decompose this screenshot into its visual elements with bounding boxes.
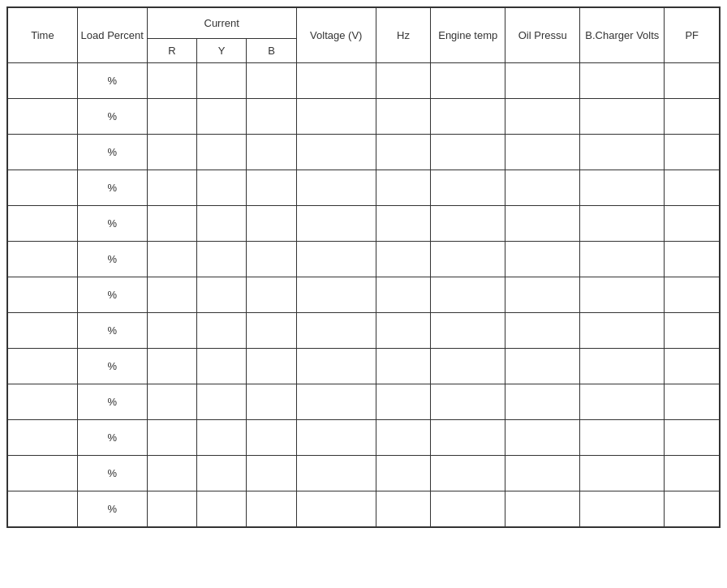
cell-r xyxy=(147,242,196,277)
col-header-b: B xyxy=(247,39,296,63)
cell-engine-temp xyxy=(431,313,505,349)
cell-bcharger xyxy=(580,384,665,420)
cell-hz xyxy=(376,384,430,420)
cell-pf xyxy=(665,420,720,456)
cell-pf xyxy=(665,99,720,135)
cell-engine-temp xyxy=(431,456,505,491)
cell-voltage xyxy=(296,384,376,420)
cell-voltage xyxy=(296,206,376,242)
cell-load: % xyxy=(77,313,147,349)
cell-voltage xyxy=(296,420,376,456)
cell-oil-pressu xyxy=(505,491,580,527)
cell-b xyxy=(247,456,296,491)
table-row: % xyxy=(8,99,720,135)
cell-bcharger xyxy=(580,242,665,277)
cell-y xyxy=(197,63,247,99)
cell-oil-pressu xyxy=(505,63,580,99)
col-header-bcharger: B.Charger Volts xyxy=(580,8,665,63)
cell-voltage xyxy=(296,170,376,206)
cell-bcharger xyxy=(580,456,665,491)
table-row: % xyxy=(8,420,720,456)
cell-time xyxy=(8,420,78,456)
table-row: % xyxy=(8,313,720,349)
cell-engine-temp xyxy=(431,206,505,242)
cell-pf xyxy=(665,63,720,99)
cell-load: % xyxy=(77,456,147,491)
cell-hz xyxy=(376,456,430,491)
cell-y xyxy=(197,420,247,456)
cell-y xyxy=(197,206,247,242)
cell-y xyxy=(197,349,247,384)
cell-r xyxy=(147,349,196,384)
cell-time xyxy=(8,99,78,135)
cell-hz xyxy=(376,349,430,384)
cell-bcharger xyxy=(580,491,665,527)
cell-y xyxy=(197,135,247,170)
cell-b xyxy=(247,99,296,135)
cell-time xyxy=(8,456,78,491)
cell-b xyxy=(247,63,296,99)
cell-b xyxy=(247,206,296,242)
cell-bcharger xyxy=(580,63,665,99)
cell-pf xyxy=(665,384,720,420)
cell-engine-temp xyxy=(431,170,505,206)
cell-hz xyxy=(376,63,430,99)
cell-time xyxy=(8,63,78,99)
cell-b xyxy=(247,313,296,349)
table-row: % xyxy=(8,277,720,313)
col-header-y: Y xyxy=(197,39,247,63)
cell-time xyxy=(8,313,78,349)
cell-pf xyxy=(665,242,720,277)
cell-load: % xyxy=(77,135,147,170)
cell-b xyxy=(247,491,296,527)
cell-bcharger xyxy=(580,170,665,206)
cell-oil-pressu xyxy=(505,135,580,170)
cell-voltage xyxy=(296,456,376,491)
cell-engine-temp xyxy=(431,99,505,135)
cell-time xyxy=(8,491,78,527)
table-row: % xyxy=(8,491,720,527)
cell-oil-pressu xyxy=(505,349,580,384)
cell-time xyxy=(8,242,78,277)
col-header-current: Current xyxy=(147,8,296,39)
cell-load: % xyxy=(77,170,147,206)
cell-voltage xyxy=(296,277,376,313)
cell-time xyxy=(8,170,78,206)
cell-engine-temp xyxy=(431,491,505,527)
table-row: % xyxy=(8,456,720,491)
cell-bcharger xyxy=(580,313,665,349)
cell-bcharger xyxy=(580,99,665,135)
table-row: % xyxy=(8,384,720,420)
cell-load: % xyxy=(77,99,147,135)
cell-y xyxy=(197,456,247,491)
cell-engine-temp xyxy=(431,420,505,456)
cell-engine-temp xyxy=(431,349,505,384)
cell-pf xyxy=(665,456,720,491)
cell-r xyxy=(147,384,196,420)
col-header-voltage: Voltage (V) xyxy=(296,8,376,63)
cell-y xyxy=(197,242,247,277)
cell-r xyxy=(147,170,196,206)
cell-hz xyxy=(376,170,430,206)
cell-r xyxy=(147,63,196,99)
cell-bcharger xyxy=(580,206,665,242)
cell-r xyxy=(147,277,196,313)
col-header-r: R xyxy=(147,39,196,63)
cell-hz xyxy=(376,420,430,456)
cell-hz xyxy=(376,206,430,242)
main-table-container: Time Load Percent Current Voltage (V) Hz… xyxy=(6,6,721,528)
cell-engine-temp xyxy=(431,63,505,99)
cell-voltage xyxy=(296,99,376,135)
cell-hz xyxy=(376,313,430,349)
cell-r xyxy=(147,99,196,135)
cell-pf xyxy=(665,277,720,313)
cell-load: % xyxy=(77,420,147,456)
cell-bcharger xyxy=(580,277,665,313)
cell-r xyxy=(147,420,196,456)
cell-y xyxy=(197,99,247,135)
cell-b xyxy=(247,420,296,456)
cell-hz xyxy=(376,99,430,135)
cell-load: % xyxy=(77,384,147,420)
header-row-1: Time Load Percent Current Voltage (V) Hz… xyxy=(8,8,720,39)
table-row: % xyxy=(8,135,720,170)
